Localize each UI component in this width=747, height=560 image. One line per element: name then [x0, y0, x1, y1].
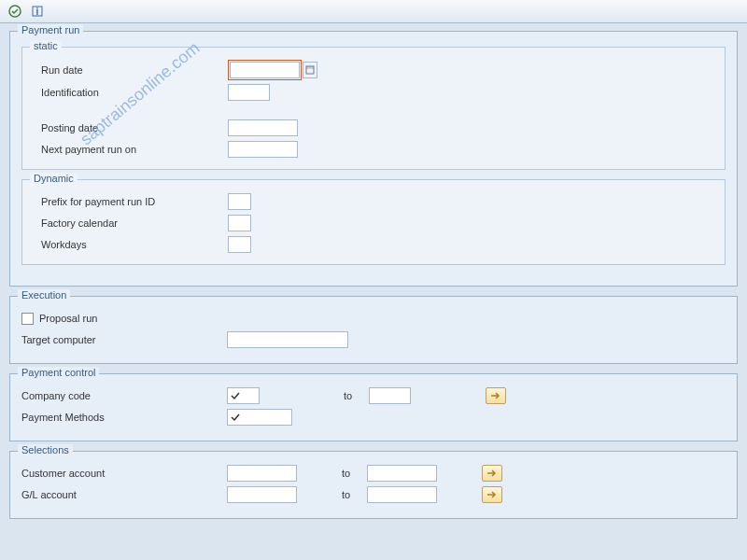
next-payment-label: Next payment run on [41, 144, 228, 155]
gl-account-label: G/L account [21, 489, 227, 500]
target-computer-input[interactable] [227, 331, 348, 348]
checkmark-icon [230, 390, 241, 401]
prefix-label: Prefix for payment run ID [41, 196, 228, 207]
svg-text:i: i [36, 7, 39, 17]
static-group: static Run date Identification [21, 47, 726, 170]
workdays-input[interactable] [228, 236, 251, 253]
checkmark-icon [230, 412, 241, 423]
workdays-label: Workdays [41, 239, 228, 250]
posting-date-label: Posting date [41, 122, 228, 133]
execute-icon[interactable] [7, 4, 22, 19]
company-code-to-label: to [344, 390, 352, 401]
payment-methods-label: Payment Methods [21, 412, 227, 423]
app-toolbar: i [0, 0, 747, 23]
gl-account-to-label: to [342, 489, 350, 500]
selections-legend: Selections [18, 444, 73, 455]
gl-account-from-input[interactable] [227, 486, 297, 503]
company-code-multiselect-icon[interactable] [486, 387, 506, 404]
run-date-input[interactable] [230, 62, 300, 78]
run-date-label: Run date [41, 64, 228, 76]
payment-methods-input[interactable] [227, 409, 292, 426]
customer-account-to-label: to [342, 468, 350, 479]
prefix-input[interactable] [228, 193, 251, 210]
customer-account-to-input[interactable] [367, 465, 437, 482]
target-computer-label: Target computer [21, 334, 227, 345]
posting-date-input[interactable] [228, 119, 298, 136]
payment-run-group: Payment run static Run date [9, 31, 738, 287]
factory-calendar-label: Factory calendar [41, 217, 228, 229]
gl-account-to-input[interactable] [367, 486, 437, 503]
identification-label: Identification [41, 87, 228, 98]
execution-legend: Execution [18, 289, 70, 301]
payment-run-legend: Payment run [18, 24, 83, 35]
static-legend: static [30, 40, 62, 51]
gl-account-multiselect-icon[interactable] [482, 486, 502, 503]
payment-control-group: Payment control Company code to Payment … [9, 373, 738, 441]
dynamic-legend: Dynamic [30, 173, 78, 184]
run-date-help-icon[interactable] [303, 62, 317, 78]
main-content: saptrainsonline.com Payment run static R… [0, 23, 747, 536]
info-icon[interactable]: i [30, 4, 45, 19]
company-code-from-input[interactable] [227, 387, 260, 404]
customer-account-from-input[interactable] [227, 465, 297, 482]
factory-calendar-input[interactable] [228, 215, 251, 231]
proposal-run-label: Proposal run [39, 313, 97, 324]
proposal-run-checkbox[interactable] [21, 313, 34, 325]
svg-rect-4 [306, 66, 314, 69]
customer-account-multiselect-icon[interactable] [482, 465, 502, 482]
selections-group: Selections Customer account to G/L accou… [9, 451, 738, 519]
next-payment-input[interactable] [228, 141, 298, 158]
customer-account-label: Customer account [21, 468, 227, 479]
payment-control-legend: Payment control [18, 367, 99, 378]
identification-input[interactable] [228, 84, 270, 101]
execution-group: Execution Proposal run Target computer [9, 296, 738, 364]
dynamic-group: Dynamic Prefix for payment run ID Factor… [21, 179, 726, 265]
company-code-to-input[interactable] [369, 387, 411, 404]
company-code-label: Company code [21, 390, 227, 401]
